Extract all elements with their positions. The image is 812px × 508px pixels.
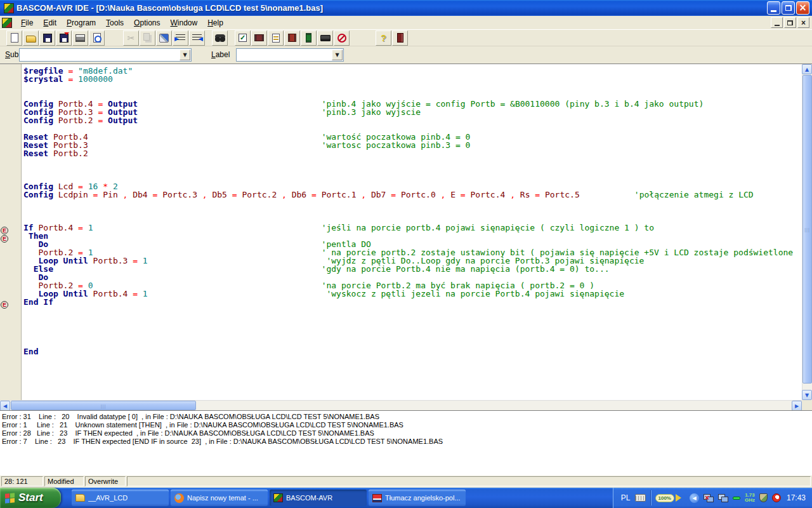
- menu-file[interactable]: File: [16, 17, 38, 29]
- mdi-close-button[interactable]: ×: [797, 17, 809, 28]
- new-file-button[interactable]: [6, 30, 22, 46]
- compile-button[interactable]: [251, 30, 267, 46]
- code-line[interactable]: Reset Portb.2: [23, 149, 802, 157]
- error-message[interactable]: Error : 7 Line : 23 IF THEN expected [EN…: [2, 438, 812, 446]
- error-message[interactable]: Error : 1 Line : 21 Unknown statement [T…: [2, 421, 812, 429]
- code-line[interactable]: [23, 157, 802, 166]
- error-message[interactable]: Error : 31 Line : 20 Invalid datatype [ …: [2, 413, 812, 421]
- code-line[interactable]: [23, 323, 802, 331]
- horizontal-scroll-thumb[interactable]: |||: [11, 401, 196, 410]
- scroll-down-button[interactable]: ▼: [802, 390, 812, 400]
- menu-tools[interactable]: Tools: [101, 17, 129, 29]
- taskbar: Start __AVR_LCDNapisz nowy temat - ...BA…: [0, 488, 812, 508]
- menu-help[interactable]: Help: [202, 17, 228, 29]
- sub-combobox[interactable]: ▼: [19, 48, 192, 62]
- code-line[interactable]: Config Portb.3 = Output 'pinb.3 jako wyj…: [23, 108, 802, 116]
- code-line[interactable]: End: [23, 347, 802, 356]
- taskbar-task-translator[interactable]: Tłumacz angielsko-pol...: [369, 490, 466, 506]
- open-file-button[interactable]: [23, 30, 39, 46]
- code-line[interactable]: Config Lcdpin = Pin , Db4 = Portc.3 , Db…: [23, 190, 802, 199]
- code-line[interactable]: [23, 174, 802, 182]
- help-button[interactable]: ?: [376, 30, 391, 46]
- show-result-button[interactable]: [268, 30, 284, 46]
- horizontal-scrollbar[interactable]: ◀ ||| ▶: [0, 400, 802, 410]
- minimize-button[interactable]: [767, 1, 780, 15]
- syntax-check-button[interactable]: ✓: [235, 30, 251, 46]
- code-line[interactable]: [23, 207, 802, 215]
- code-line[interactable]: [23, 314, 802, 323]
- code-line[interactable]: $regfile = "m8def.dat": [23, 67, 802, 75]
- menu-window[interactable]: Window: [165, 17, 202, 29]
- gutter-error-row: E: [0, 232, 21, 240]
- gutter-row: [0, 199, 21, 207]
- vertical-scroll-thumb[interactable]: |||: [802, 75, 812, 384]
- close-button[interactable]: ×: [796, 1, 809, 15]
- code-line[interactable]: Reset Portb.3 'wartosc poczatkowa pinb.3…: [23, 141, 802, 149]
- code-line[interactable]: [23, 331, 802, 339]
- code-editor[interactable]: EEE $regfile = "m8def.dat"$crystal = 100…: [0, 64, 812, 410]
- language-indicator[interactable]: PL: [621, 493, 631, 502]
- menu-program[interactable]: Program: [62, 17, 101, 29]
- copy-button[interactable]: [140, 30, 155, 46]
- restore-button[interactable]: [782, 1, 795, 15]
- code-line[interactable]: $crystal = 1000000: [23, 75, 802, 83]
- gutter-row: [0, 281, 21, 290]
- code-line[interactable]: [23, 199, 802, 207]
- label-combobox[interactable]: ▼: [236, 48, 344, 62]
- code-line[interactable]: Loop Until Portb.4 = 1 'wyskocz z pętli …: [23, 290, 802, 298]
- format-brush-button[interactable]: [156, 30, 172, 46]
- unindent-button[interactable]: [189, 30, 205, 46]
- network-icon[interactable]: [718, 494, 728, 502]
- program-chip-button[interactable]: [284, 30, 300, 46]
- keyboard-icon[interactable]: [635, 494, 646, 502]
- gutter-row: [0, 141, 21, 149]
- indent-button[interactable]: [173, 30, 188, 46]
- hide-icons-chevron[interactable]: ◀: [690, 493, 699, 503]
- clock[interactable]: 17:43: [787, 493, 806, 502]
- code-line[interactable]: [23, 306, 802, 314]
- code-line[interactable]: If Portb.4 = 1 'jeśli na porcie portb.4 …: [23, 224, 802, 232]
- gutter-row: [0, 323, 21, 331]
- shield-icon[interactable]: [759, 493, 768, 502]
- sub-combobox-arrow[interactable]: ▼: [180, 50, 190, 60]
- code-line[interactable]: Config Portb.2 = Output: [23, 116, 802, 124]
- save-all-button[interactable]: [56, 30, 72, 46]
- code-line[interactable]: [23, 83, 802, 91]
- save-button[interactable]: [39, 30, 55, 46]
- scroll-up-button[interactable]: ▲: [802, 64, 812, 74]
- code-line[interactable]: [23, 339, 802, 347]
- volume-icon[interactable]: 100%: [655, 494, 685, 502]
- start-button[interactable]: Start: [0, 488, 61, 508]
- simulator-button[interactable]: [301, 30, 317, 46]
- code-line[interactable]: [23, 166, 802, 174]
- antivirus-icon[interactable]: [772, 493, 781, 502]
- vertical-scrollbar[interactable]: ▲ ||| ▼: [802, 64, 812, 400]
- find-button[interactable]: [212, 30, 228, 46]
- cpu-frequency[interactable]: 1.73GHz: [745, 493, 755, 503]
- stop-button[interactable]: [334, 30, 350, 46]
- terminal-button[interactable]: [317, 30, 333, 46]
- code-line[interactable]: Else 'gdy na porcie Portb.4 nie ma napię…: [23, 265, 802, 273]
- exit-button[interactable]: [392, 30, 408, 46]
- label-combobox-arrow[interactable]: ▼: [332, 50, 343, 60]
- menu-edit[interactable]: Edit: [38, 17, 62, 29]
- print-button[interactable]: [72, 30, 88, 46]
- mdi-minimize-button[interactable]: [771, 17, 783, 28]
- title-bar[interactable]: BASCOM-AVR IDE - [D:\Nauka Bascom\obsług…: [0, 0, 812, 16]
- status-dash-icon[interactable]: [733, 497, 740, 500]
- network-offline-icon[interactable]: ×: [704, 494, 714, 502]
- taskbar-task-firefox[interactable]: Napisz nowy temat - ...: [171, 490, 268, 506]
- gutter-row: [0, 116, 21, 124]
- print-preview-button[interactable]: [89, 30, 105, 46]
- code-line[interactable]: End If: [23, 298, 802, 306]
- mdi-restore-button[interactable]: [784, 17, 796, 28]
- code-area[interactable]: $regfile = "m8def.dat"$crystal = 1000000…: [22, 64, 802, 400]
- cut-button[interactable]: ✂: [123, 30, 139, 46]
- taskbar-task-avr-lcd-folder[interactable]: __AVR_LCD: [72, 490, 169, 506]
- gutter-row: [0, 215, 21, 224]
- taskbar-task-bascom-avr[interactable]: BASCOM-AVR: [270, 490, 367, 506]
- scroll-right-button[interactable]: ▶: [792, 401, 802, 411]
- error-message[interactable]: Error : 28 Line : 23 IF THEN expected , …: [2, 429, 812, 438]
- menu-options[interactable]: Options: [129, 17, 165, 29]
- scroll-left-button[interactable]: ◀: [0, 401, 10, 411]
